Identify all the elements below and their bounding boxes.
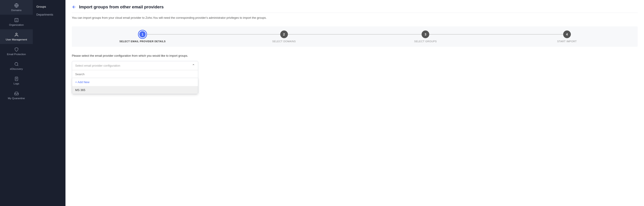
dropdown-header[interactable]: Select email provider configuration ⌃ [72,61,198,70]
chevron-up-icon: ⌃ [192,64,195,68]
step-1-label: SELECT EMAIL PROVIDER DETAILS [120,40,166,43]
shield-icon [14,47,19,52]
step-2-label: SELECT DOMAINS [272,40,296,43]
sidebar-item-email-protection-label: Email Protection [7,53,26,56]
secondary-sidebar: Groups Departments [33,0,66,206]
building-icon [14,18,19,22]
svg-line-5 [17,65,18,66]
secondary-sidebar-departments-label: Departments [36,13,53,16]
sidebar-item-logs[interactable]: Logs [0,74,33,88]
step-3-circle: 3 [422,30,429,38]
page-description: You can import groups from your cloud em… [72,16,638,20]
step-3-label: SELECT GROUPS [414,40,437,43]
sidebar: Domains Organization User Management Ema… [0,0,33,206]
page-title: Import groups from other email providers [79,4,164,10]
steps-container: 1 SELECT EMAIL PROVIDER DETAILS 2 SELECT… [72,26,638,47]
step-3: 3 SELECT GROUPS [355,30,496,43]
dropdown-option-ms365[interactable]: MS 365 [72,86,198,94]
globe-icon [14,3,19,8]
page-header: Import groups from other email providers [72,4,638,13]
add-new-label: + Add New [75,80,90,84]
step-1-circle: 1 [139,30,146,38]
search-circle-icon [14,62,19,66]
dropdown-option-ms365-label: MS 365 [75,88,85,92]
sidebar-item-my-quarantine[interactable]: My Quarantine [0,88,33,103]
dropdown-list: + Add New MS 365 [72,78,198,94]
main-container: Groups Departments Import groups from ot… [33,0,644,206]
step-1: 1 SELECT EMAIL PROVIDER DETAILS [72,30,214,43]
sidebar-item-email-protection[interactable]: Email Protection [0,44,33,59]
svg-rect-6 [15,77,18,81]
step-2-circle: 2 [280,30,288,38]
logs-icon [14,76,19,81]
dropdown-search-container [72,70,198,78]
add-new-button[interactable]: + Add New [72,78,198,86]
email-provider-dropdown[interactable]: Select email provider configuration ⌃ + … [72,61,198,94]
sidebar-item-domains-label: Domains [11,9,22,12]
secondary-sidebar-groups-label: Groups [36,5,46,8]
sidebar-item-my-quarantine-label: My Quarantine [8,97,25,100]
step-4-label: START IMPORT [557,40,577,43]
dropdown-placeholder: Select email provider configuration [75,64,120,67]
sidebar-item-ediscovery-label: eDiscovery [10,68,23,70]
svg-point-4 [15,62,18,66]
sidebar-item-logs-label: Logs [14,82,19,85]
svg-rect-2 [15,18,18,22]
secondary-sidebar-departments[interactable]: Departments [33,10,65,18]
back-arrow-icon [72,5,76,9]
dropdown-search-input[interactable] [75,72,195,76]
main-content: Import groups from other email providers… [66,0,644,206]
sidebar-item-user-management[interactable]: User Management [0,29,33,44]
sidebar-item-user-management-label: User Management [6,38,27,41]
step-4: 4 START IMPORT [496,30,638,43]
sidebar-item-domains[interactable]: Domains [0,0,33,15]
svg-point-3 [16,33,17,35]
inbox-icon [14,91,19,96]
form-description: Please select the email provider configu… [72,54,207,57]
form-section: Please select the email provider configu… [72,54,207,94]
step-2: 2 SELECT DOMAINS [214,30,355,43]
sidebar-item-organization[interactable]: Organization [0,15,33,29]
back-button[interactable] [72,5,76,9]
secondary-sidebar-groups[interactable]: Groups [33,3,65,10]
sidebar-item-organization-label: Organization [9,24,24,26]
step-4-circle: 4 [563,30,571,38]
sidebar-item-ediscovery[interactable]: eDiscovery [0,59,33,74]
user-icon [14,32,19,37]
